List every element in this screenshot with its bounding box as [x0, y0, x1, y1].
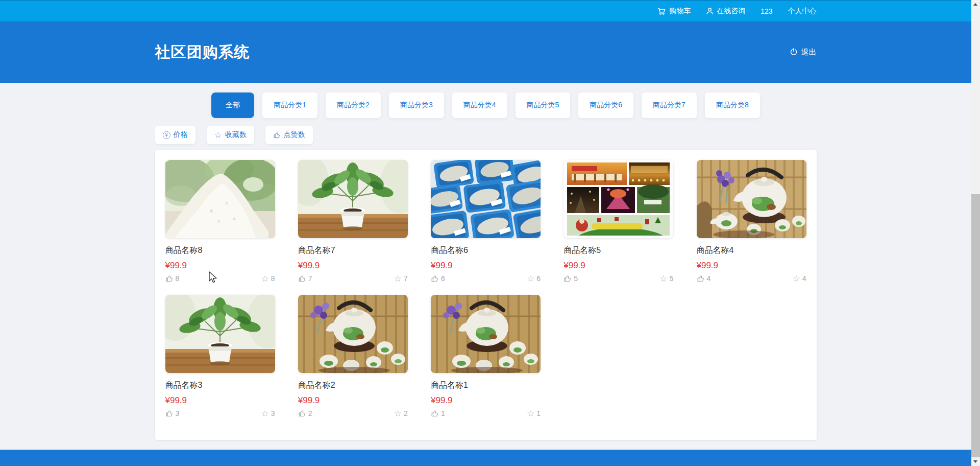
product-price: ¥99.9: [564, 261, 673, 271]
like-count[interactable]: 3: [165, 409, 180, 417]
product-image[interactable]: [564, 160, 673, 238]
product-price: ¥99.9: [165, 261, 275, 271]
favorite-count[interactable]: ☆ 4: [792, 274, 806, 283]
profile-center-link[interactable]: 个人中心: [788, 7, 817, 16]
product-image[interactable]: [431, 295, 541, 373]
online-consult-link[interactable]: 在线咨询: [706, 7, 745, 16]
star-icon: ☆: [394, 275, 402, 283]
yen-circle-icon: ¥: [163, 131, 170, 139]
product-name: 商品名称4: [697, 245, 806, 256]
favorite-count[interactable]: ☆ 7: [394, 274, 408, 283]
logout-button[interactable]: 退出: [790, 48, 817, 57]
scrollbar-up-arrow[interactable]: [971, 0, 980, 9]
cart-link[interactable]: 购物车: [657, 7, 691, 16]
profile-center-label: 个人中心: [788, 7, 817, 16]
like-count[interactable]: 6: [431, 274, 445, 283]
favorite-count[interactable]: ☆ 6: [527, 274, 541, 283]
header-banner: 社区团购系统 退出: [0, 21, 971, 83]
product-card[interactable]: 商品名称1 ¥99.9 1 ☆ 1: [431, 295, 541, 417]
thumb-up-icon: [165, 409, 174, 417]
scrollbar-down-arrow[interactable]: [971, 457, 980, 466]
favorite-count[interactable]: ☆ 5: [659, 274, 673, 283]
like-count[interactable]: 7: [298, 274, 312, 283]
thumb-up-icon: [165, 274, 174, 283]
product-grid: 商品名称8 ¥99.9 8 ☆ 8 商品名称7 ¥9: [165, 160, 806, 417]
product-card[interactable]: 商品名称5 ¥99.9 5 ☆ 5: [564, 160, 673, 283]
product-price: ¥99.9: [165, 395, 275, 406]
thumb-up-icon: [431, 274, 439, 283]
top-utility-bar: 购物车 在线咨询 123 个人中心: [0, 0, 971, 21]
star-icon: ☆: [527, 275, 534, 283]
cart-label: 购物车: [669, 7, 691, 16]
product-card[interactable]: 商品名称6 ¥99.9 6 ☆ 6: [431, 160, 541, 283]
product-image[interactable]: [431, 160, 541, 238]
product-name: 商品名称2: [298, 380, 408, 391]
star-icon: ☆: [394, 410, 402, 417]
tab-category-2[interactable]: 商品分类2: [326, 92, 381, 118]
page-background: [0, 440, 971, 450]
product-meta: 8 ☆ 8: [165, 274, 275, 283]
product-image[interactable]: [697, 160, 806, 238]
star-icon: ☆: [261, 275, 268, 283]
product-meta: 1 ☆ 1: [431, 409, 541, 417]
favorite-count[interactable]: ☆ 1: [527, 409, 541, 417]
tab-category-6[interactable]: 商品分类6: [578, 92, 633, 118]
favorite-count[interactable]: ☆ 8: [261, 274, 275, 283]
sort-favorites-label: 收藏数: [225, 130, 247, 139]
favorite-count[interactable]: ☆ 3: [261, 409, 275, 417]
star-icon: ☆: [261, 410, 268, 417]
product-card[interactable]: 商品名称7 ¥99.9 7 ☆ 7: [298, 160, 408, 283]
thumb-up-icon: [298, 409, 306, 417]
product-name: 商品名称1: [431, 380, 541, 391]
like-count[interactable]: 2: [298, 409, 312, 417]
category-tabs: 全部商品分类1商品分类2商品分类3商品分类4商品分类5商品分类6商品分类7商品分…: [0, 92, 971, 118]
product-meta: 5 ☆ 5: [564, 274, 673, 283]
tab-category-4[interactable]: 商品分类4: [452, 92, 507, 118]
browser-scrollbar[interactable]: [971, 0, 980, 466]
product-image[interactable]: [298, 295, 408, 373]
product-panel: 商品名称8 ¥99.9 8 ☆ 8 商品名称7 ¥9: [155, 150, 817, 440]
product-price: ¥99.9: [431, 395, 541, 406]
tab-all[interactable]: 全部: [211, 92, 254, 118]
like-count[interactable]: 1: [431, 409, 445, 417]
thumb-up-icon: [564, 274, 572, 283]
sort-by-likes-button[interactable]: 点赞数: [265, 126, 313, 144]
tab-category-5[interactable]: 商品分类5: [516, 92, 571, 118]
product-card[interactable]: 商品名称3 ¥99.9 3 ☆ 3: [165, 295, 275, 417]
product-image[interactable]: [298, 160, 408, 238]
product-meta: 2 ☆ 2: [298, 409, 408, 417]
sort-by-favorites-button[interactable]: ☆ 收藏数: [207, 126, 254, 144]
product-card[interactable]: 商品名称8 ¥99.9 8 ☆ 8: [165, 160, 275, 283]
footer-bar: [0, 450, 971, 466]
product-meta: 6 ☆ 6: [431, 274, 541, 283]
star-icon: ☆: [214, 131, 222, 139]
power-icon: [790, 48, 798, 57]
star-icon: ☆: [527, 410, 534, 417]
product-image[interactable]: [165, 160, 275, 238]
tab-category-1[interactable]: 商品分类1: [262, 92, 317, 118]
product-name: 商品名称3: [165, 380, 275, 391]
page-title: 社区团购系统: [155, 42, 250, 63]
product-image[interactable]: [165, 295, 275, 373]
like-count[interactable]: 5: [564, 274, 578, 283]
sort-by-price-button[interactable]: ¥ 价格: [155, 126, 195, 144]
star-icon: ☆: [792, 275, 800, 283]
product-meta: 7 ☆ 7: [298, 274, 408, 283]
thumb-up-icon: [298, 274, 306, 283]
tab-category-8[interactable]: 商品分类8: [705, 92, 760, 118]
product-price: ¥99.9: [298, 395, 408, 406]
like-count[interactable]: 4: [697, 274, 711, 283]
page: 购物车 在线咨询 123 个人中心 社区团购系统: [0, 0, 971, 466]
like-count[interactable]: 8: [165, 274, 180, 283]
product-card[interactable]: 商品名称2 ¥99.9 2 ☆ 2: [298, 295, 408, 417]
favorite-count[interactable]: ☆ 2: [394, 409, 408, 417]
thumb-up-icon: [697, 274, 705, 283]
tab-category-7[interactable]: 商品分类7: [642, 92, 697, 118]
username-text[interactable]: 123: [761, 7, 772, 15]
product-name: 商品名称5: [564, 245, 673, 256]
product-card[interactable]: 商品名称4 ¥99.9 4 ☆ 4: [697, 160, 806, 283]
scrollbar-thumb[interactable]: [971, 194, 980, 457]
product-meta: 3 ☆ 3: [165, 409, 275, 417]
tab-category-3[interactable]: 商品分类3: [389, 92, 444, 118]
sort-price-label: 价格: [174, 130, 188, 139]
